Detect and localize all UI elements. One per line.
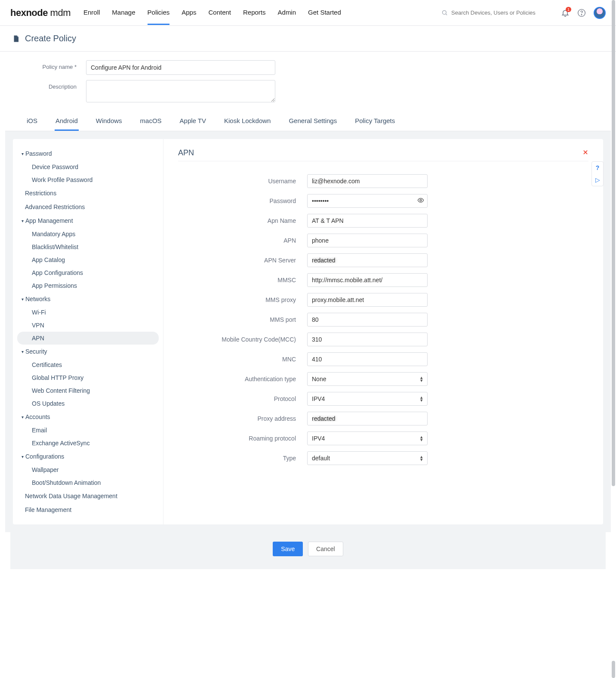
input-apn[interactable] [307,234,428,247]
sidebar-group-accounts[interactable]: ▾Accounts [17,410,159,424]
sidebar-item-blacklist-whitelist[interactable]: Blacklist/Whitelist [17,240,159,253]
tab-general-settings[interactable]: General Settings [288,112,338,131]
input-username[interactable] [307,174,428,188]
chevron-down-icon: ▾ [22,415,24,419]
close-icon [582,149,588,155]
nav-apps[interactable]: Apps [182,1,196,25]
footer-actions: Save Cancel [10,532,606,569]
document-icon [12,34,20,43]
help-button[interactable] [577,9,586,17]
select-roaming-protocol[interactable]: IPV4▴▾ [307,431,428,445]
nav-reports[interactable]: Reports [243,1,266,25]
sidebar-item-file-management[interactable]: File Management [17,503,159,517]
nav-get-started[interactable]: Get Started [308,1,341,25]
input-password[interactable] [307,194,428,208]
tab-android[interactable]: Android [55,112,79,131]
global-search[interactable] [441,9,553,16]
reveal-password-button[interactable] [417,197,424,205]
sidebar-item-wi-fi[interactable]: Wi-Fi [17,306,159,319]
field-label-protocol: Protocol [178,395,307,402]
select-protocol[interactable]: IPV4▴▾ [307,392,428,406]
field-label-roaming-protocol: Roaming protocol [178,435,307,442]
tab-kiosk-lockdown[interactable]: Kiosk Lockdown [223,112,271,131]
input-mmsc[interactable] [307,273,428,287]
help-icon [577,9,586,17]
select-authentication-type[interactable]: None▴▾ [307,372,428,386]
sidebar-item-work-profile-password[interactable]: Work Profile Password [17,173,159,186]
tab-policy-targets[interactable]: Policy Targets [354,112,396,131]
policy-name-label: Policy name * [17,60,86,70]
sidebar-item-os-updates[interactable]: OS Updates [17,397,159,410]
notification-badge: 1 [566,7,571,12]
input-apn-name[interactable] [307,214,428,228]
panel-help-button[interactable]: ? [592,162,603,174]
input-mms-port[interactable] [307,313,428,327]
input-mnc[interactable] [307,352,428,366]
sidebar-item-web-content-filtering[interactable]: Web Content Filtering [17,384,159,397]
sidebar-item-mandatory-apps[interactable]: Mandatory Apps [17,228,159,240]
sidebar-item-app-configurations[interactable]: App Configurations [17,266,159,279]
policy-sidebar: ▾PasswordDevice PasswordWork Profile Pas… [13,139,163,524]
tab-ios[interactable]: iOS [26,112,38,131]
sidebar-group-security[interactable]: ▾Security [17,345,159,358]
sidebar-item-global-http-proxy[interactable]: Global HTTP Proxy [17,371,159,384]
sidebar-item-advanced-restrictions[interactable]: Advanced Restrictions [17,200,159,214]
sidebar-item-app-permissions[interactable]: App Permissions [17,279,159,292]
input-proxy-address[interactable] [307,412,428,425]
chevron-down-icon: ▾ [22,219,24,223]
sidebar-item-exchange-activesync[interactable]: Exchange ActiveSync [17,437,159,450]
sidebar-item-restrictions[interactable]: Restrictions [17,186,159,200]
sidebar-item-certificates[interactable]: Certificates [17,358,159,371]
sidebar-group-configurations[interactable]: ▾Configurations [17,450,159,463]
sidebar-item-apn[interactable]: APN [17,332,159,345]
tab-windows[interactable]: Windows [95,112,123,131]
panel-help-strip: ? ▷ [591,161,604,186]
field-label-apn-server: APN Server [178,257,307,264]
svg-point-3 [581,14,582,15]
platform-tabs: iOSAndroidWindowsmacOSApple TVKiosk Lock… [5,112,611,131]
panel-close-button[interactable] [582,148,588,157]
chevron-down-icon: ▾ [22,349,24,354]
nav-content[interactable]: Content [208,1,231,25]
field-label-mms-proxy: MMS proxy [178,296,307,303]
input-mobile-country-code-mcc-[interactable] [307,333,428,346]
updown-icon: ▴▾ [420,435,423,441]
search-input[interactable] [451,9,546,16]
sidebar-item-vpn[interactable]: VPN [17,319,159,332]
tab-macos[interactable]: macOS [139,112,163,131]
sidebar-group-app-management[interactable]: ▾App Management [17,214,159,228]
sidebar-item-device-password[interactable]: Device Password [17,160,159,173]
field-label-proxy-address: Proxy address [178,415,307,422]
updown-icon: ▴▾ [420,455,423,461]
page-header: Create Policy [0,26,616,52]
notifications-button[interactable]: 1 [561,9,570,17]
select-type[interactable]: default▴▾ [307,451,428,465]
sidebar-group-password[interactable]: ▾Password [17,147,159,160]
scrollbar[interactable] [612,0,615,569]
nav-policies[interactable]: Policies [148,1,170,25]
cancel-button[interactable]: Cancel [308,542,343,556]
nav-enroll[interactable]: Enroll [83,1,100,25]
sidebar-item-app-catalog[interactable]: App Catalog [17,253,159,266]
panel-title: APN [178,148,194,157]
panel-run-button[interactable]: ▷ [592,174,603,186]
field-label-password: Password [178,197,307,204]
question-icon: ? [596,164,600,171]
config-panel: APN ? ▷ UsernamePasswordApn NameAPNAPN S… [163,139,603,524]
nav-manage[interactable]: Manage [112,1,135,25]
policy-name-input[interactable] [86,60,275,75]
input-apn-server[interactable] [307,253,428,267]
topbar: hexnode mdm EnrollManagePoliciesAppsCont… [0,0,616,26]
tab-apple-tv[interactable]: Apple TV [179,112,207,131]
input-mms-proxy[interactable] [307,293,428,307]
sidebar-item-wallpaper[interactable]: Wallpaper [17,463,159,476]
sidebar-item-email[interactable]: Email [17,424,159,437]
sidebar-group-networks[interactable]: ▾Networks [17,292,159,306]
description-input[interactable] [86,80,275,102]
sidebar-item-boot-shutdown-animation[interactable]: Boot/Shutdown Animation [17,476,159,489]
chevron-down-icon: ▾ [22,151,24,156]
sidebar-item-network-data-usage-management[interactable]: Network Data Usage Management [17,489,159,503]
user-avatar[interactable] [594,7,606,19]
nav-admin[interactable]: Admin [278,1,296,25]
save-button[interactable]: Save [273,542,303,556]
